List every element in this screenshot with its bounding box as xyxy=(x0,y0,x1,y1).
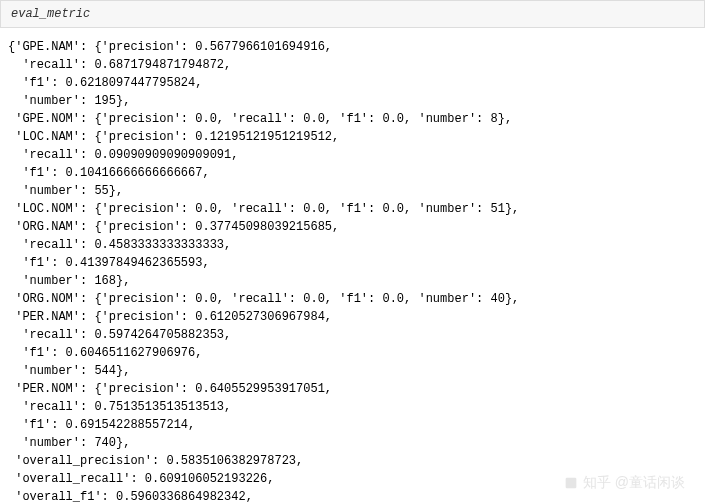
variable-name: eval_metric xyxy=(11,7,90,21)
output-line: {'GPE.NAM': {'precision': 0.567796610169… xyxy=(8,40,332,54)
output-line: 'recall': 0.7513513513513513, xyxy=(8,400,231,414)
output-line: 'overall_recall': 0.609106052193226, xyxy=(8,472,274,486)
output-line: 'overall_precision': 0.5835106382978723, xyxy=(8,454,303,468)
output-line: 'ORG.NOM': {'precision': 0.0, 'recall': … xyxy=(8,292,519,306)
code-cell-header: eval_metric xyxy=(0,0,705,28)
output-line: 'f1': 0.6218097447795824, xyxy=(8,76,202,90)
svg-rect-0 xyxy=(566,478,577,489)
watermark: 知乎 @童话闲谈 xyxy=(563,474,685,492)
output-line: 'overall_f1': 0.5960336864982342, xyxy=(8,490,253,502)
output-line: 'number': 544}, xyxy=(8,364,130,378)
output-line: 'GPE.NOM': {'precision': 0.0, 'recall': … xyxy=(8,112,512,126)
output-line: 'LOC.NAM': {'precision': 0.1219512195121… xyxy=(8,130,339,144)
output-line: 'number': 740}, xyxy=(8,436,130,450)
output-line: 'ORG.NAM': {'precision': 0.3774509803921… xyxy=(8,220,339,234)
output-area: {'GPE.NAM': {'precision': 0.567796610169… xyxy=(0,28,705,502)
output-line: 'f1': 0.6046511627906976, xyxy=(8,346,202,360)
output-line: 'recall': 0.5974264705882353, xyxy=(8,328,231,342)
output-line: 'PER.NOM': {'precision': 0.6405529953917… xyxy=(8,382,332,396)
output-line: 'PER.NAM': {'precision': 0.6120527306967… xyxy=(8,310,332,324)
output-line: 'recall': 0.4583333333333333, xyxy=(8,238,231,252)
output-line: 'f1': 0.41397849462365593, xyxy=(8,256,210,270)
output-line: 'f1': 0.691542288557214, xyxy=(8,418,195,432)
output-line: 'number': 168}, xyxy=(8,274,130,288)
output-line: 'number': 195}, xyxy=(8,94,130,108)
output-line: 'recall': 0.6871794871794872, xyxy=(8,58,231,72)
zhihu-icon xyxy=(563,475,579,491)
output-line: 'f1': 0.10416666666666667, xyxy=(8,166,210,180)
output-line: 'recall': 0.09090909090909091, xyxy=(8,148,238,162)
watermark-text: 知乎 @童话闲谈 xyxy=(583,474,685,490)
output-line: 'LOC.NOM': {'precision': 0.0, 'recall': … xyxy=(8,202,519,216)
output-line: 'number': 55}, xyxy=(8,184,123,198)
